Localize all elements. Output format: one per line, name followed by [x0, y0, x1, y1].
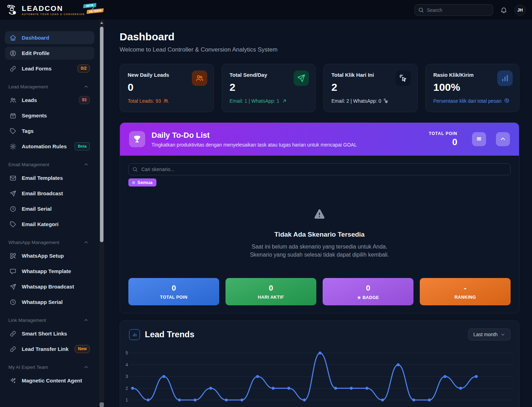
card-footer-link[interactable]: Persentase klik dari total pesan	[433, 98, 512, 104]
scrollbar-up-arrow[interactable]	[99, 20, 104, 26]
section-lead-management[interactable]: Lead Management	[8, 84, 89, 89]
sidebar-item-label: Whatsapp Template	[22, 268, 90, 274]
sidebar-item-edit-profile[interactable]: Edit Profile	[5, 47, 94, 60]
sidebar-item-segments[interactable]: Segments	[5, 109, 94, 122]
empty-state-line1: Saat ini belum ada skenario yang tersedi…	[128, 243, 511, 251]
user-avatar[interactable]: JH	[514, 5, 526, 16]
card-footer-link[interactable]: Email: 2 | WhatsApp: 0	[331, 98, 410, 104]
todo-collapse-button[interactable]	[496, 132, 510, 146]
sidebar-item-label: Smart Short Links	[22, 331, 90, 337]
card-footer-text: Persentase klik dari total pesan	[433, 98, 502, 104]
pie-chart-icon	[504, 98, 509, 104]
sidebar-item-label: Lead Transfer Link	[22, 346, 69, 352]
sidebar-item-label: Email Broadcast	[22, 190, 90, 196]
sidebar-item-whatsapp-setup[interactable]: WhatsApp Setup	[5, 249, 94, 262]
tag-icon	[9, 221, 16, 228]
sidebar-item-dashboard[interactable]: Dashboard	[5, 31, 94, 44]
sidebar-item-label: Leads	[22, 97, 74, 103]
card-footer-link[interactable]: Total Leads: 93	[128, 98, 206, 104]
sidebar-item-whatsapp-template[interactable]: Whatsapp Template	[5, 265, 94, 278]
ranking-stat-button[interactable]: - RANKING	[420, 278, 511, 305]
scrollbar-down-arrow[interactable]	[100, 402, 104, 407]
sidebar-item-lead-transfer-link[interactable]: Lead Transfer Link New	[5, 342, 94, 355]
date-range-dropdown[interactable]: Last month	[468, 328, 511, 340]
sidebar-item-label: Whatsapp Serial	[22, 299, 90, 305]
bell-icon	[500, 6, 507, 14]
link-icon	[9, 346, 16, 353]
sparkles-icon	[9, 377, 16, 384]
sidebar-item-automation-rules[interactable]: Automation Rules Beta	[5, 140, 94, 153]
qr-code-icon	[9, 252, 16, 259]
send-icon	[297, 74, 306, 83]
hari-aktif-stat-button[interactable]: 0 HARI AKTIF	[225, 278, 316, 305]
sidebar-item-email-templates[interactable]: Email Templates	[5, 171, 94, 184]
users-icon	[9, 97, 16, 104]
badge-stat-button[interactable]: 0 ★ BADGE	[323, 278, 413, 305]
empty-state: Tidak Ada Skenario Tersedia Saat ini bel…	[128, 208, 511, 259]
sidebar-item-leads[interactable]: Leads 93	[5, 94, 94, 107]
clock-icon	[9, 205, 16, 212]
top-bar: $ LEADCON AUTOMATE YOUR LEAD & CONVERSIO…	[0, 0, 532, 20]
sidebar: Dashboard Edit Profile Lead Forms 0/2 Le…	[0, 20, 104, 407]
svg-text:1: 1	[126, 398, 128, 402]
total-poin-label: TOTAL POIN	[429, 131, 457, 136]
sidebar-item-whatsapp-broadcast[interactable]: Whatsapp Broadcast	[5, 280, 94, 293]
section-email-management[interactable]: Email Management	[8, 162, 89, 167]
section-title: Link Management	[8, 318, 46, 323]
sidebar-item-tags[interactable]: Tags	[5, 124, 94, 137]
svg-text:5: 5	[126, 351, 128, 355]
card-footer-text: Total Leads: 93	[128, 98, 161, 104]
svg-text:2: 2	[126, 386, 128, 391]
card-total-send-day: Total Send/Day 2 Email: 1 | WhatsApp: 1	[222, 64, 316, 112]
sidebar-item-email-kategori[interactable]: Email Kategori	[5, 218, 94, 231]
stat-value: 0	[171, 284, 176, 293]
send-icon-box	[294, 70, 309, 86]
filter-chip-semua[interactable]: Semua	[128, 178, 156, 186]
notifications-button[interactable]	[500, 6, 507, 14]
sidebar-item-lead-forms[interactable]: Lead Forms 0/2	[5, 62, 94, 75]
global-search-input[interactable]	[415, 4, 493, 16]
scenario-search-input[interactable]	[128, 163, 511, 175]
home-icon	[9, 34, 16, 41]
gear-icon	[9, 143, 16, 150]
section-link-management[interactable]: Link Management	[8, 318, 89, 323]
empty-state-title: Tidak Ada Skenario Tersedia	[128, 231, 511, 238]
stat-label: RANKING	[454, 295, 476, 300]
sidebar-item-whatsapp-serial[interactable]: Whatsapp Serial	[5, 296, 94, 308]
sidebar-item-magnetic-content-agent[interactable]: Magnetic Content Agent	[5, 374, 94, 387]
sidebar-item-email-broadcast[interactable]: Email Broadcast	[5, 187, 94, 200]
section-my-ai-expert-team[interactable]: My AI Expert Team	[8, 365, 89, 370]
stat-label: ★ BADGE	[357, 295, 379, 300]
trophy-icon	[133, 135, 141, 143]
svg-text:3: 3	[126, 374, 128, 379]
section-whatsapp-management[interactable]: WhatsApp Management	[8, 240, 89, 245]
leadcon-logo-icon: $	[6, 4, 18, 16]
chevron-up-icon	[83, 84, 89, 89]
users-icon	[163, 98, 169, 104]
brand-logo[interactable]: $ LEADCON AUTOMATE YOUR LEAD & CONVERSIO…	[0, 4, 88, 16]
todo-list-view-button[interactable]	[472, 132, 486, 146]
sidebar-item-label: Dashboard	[22, 35, 90, 41]
card-footer-text: Email: 2 | WhatsApp: 0	[331, 98, 381, 104]
sidebar-item-label: Email Serial	[22, 206, 90, 212]
card-footer-link[interactable]: Email: 1 | WhatsApp: 1	[230, 98, 308, 104]
search-icon	[418, 7, 424, 13]
arrow-up-right-icon	[282, 98, 287, 104]
total-poin-stat-button[interactable]: 0 TOTAL POIN	[128, 278, 219, 305]
sidebar-collapse-button[interactable]	[89, 6, 97, 13]
cursor-click-icon-box	[396, 70, 411, 86]
todo-stats-row: 0 TOTAL POIN 0 HARI AKTIF 0 ★ BADGE - RA…	[128, 278, 511, 305]
todo-banner: Daily To-Do List Tingkatkan produktivita…	[120, 123, 519, 156]
sidebar-item-label: Magnetic Content Agent	[22, 378, 90, 384]
archive-box-icon	[9, 112, 16, 119]
stat-label: TOTAL POIN	[160, 295, 187, 300]
chat-bubble-icon	[9, 268, 16, 275]
warning-triangle-icon	[313, 208, 326, 221]
beta-badge: Beta	[75, 142, 90, 150]
sidebar-item-email-serial[interactable]: Email Serial	[5, 202, 94, 215]
sidebar-item-label: Whatsapp Broadcast	[22, 284, 90, 290]
sidebar-item-smart-short-links[interactable]: Smart Short Links	[5, 327, 94, 340]
tag-icon	[9, 128, 16, 135]
users-icon	[195, 74, 204, 82]
scrollbar-thumb[interactable]	[100, 27, 103, 242]
